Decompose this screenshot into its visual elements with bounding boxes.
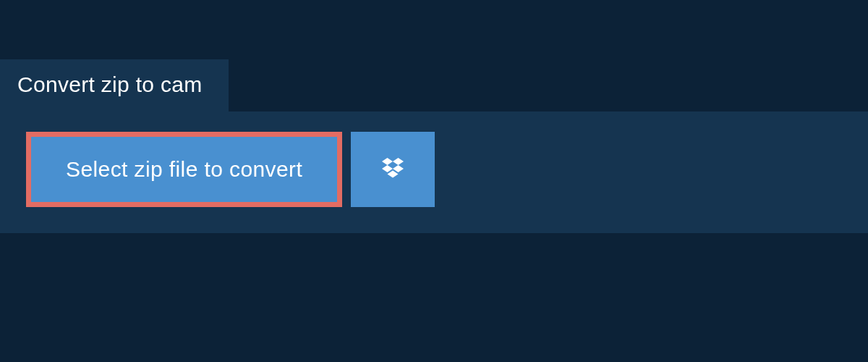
select-file-button-label: Select zip file to convert xyxy=(66,157,302,181)
converter-panel: Select zip file to convert xyxy=(0,111,868,233)
dropbox-button[interactable] xyxy=(351,132,435,207)
tab-bar: Convert zip to cam xyxy=(0,0,868,111)
tab-label: Convert zip to cam xyxy=(17,72,203,96)
select-file-button[interactable]: Select zip file to convert xyxy=(26,132,342,207)
dropbox-icon xyxy=(378,154,407,185)
tab-convert[interactable]: Convert zip to cam xyxy=(0,59,229,111)
button-row: Select zip file to convert xyxy=(26,132,842,207)
